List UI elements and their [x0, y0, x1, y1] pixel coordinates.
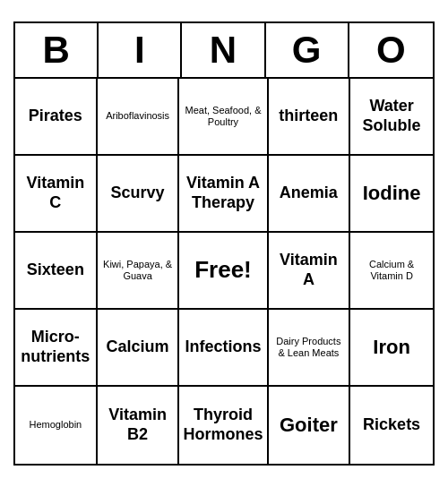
cell-18: Dairy Products & Lean Meats [269, 310, 351, 387]
bingo-header: BINGO [15, 23, 433, 79]
cell-text-13: Vitamin A [272, 251, 346, 289]
cell-7: Vitamin A Therapy [179, 156, 268, 233]
header-letter-i: I [99, 23, 182, 77]
cell-text-9: Iodine [363, 182, 421, 205]
cell-5: Vitamin C [15, 156, 98, 233]
cell-text-8: Anemia [280, 184, 338, 203]
header-letter-g: G [266, 23, 349, 77]
cell-text-10: Sixteen [27, 261, 84, 280]
cell-text-5: Vitamin C [19, 174, 92, 212]
cell-24: Rickets [350, 387, 433, 464]
cell-19: Iron [350, 310, 433, 387]
cell-21: Vitamin B2 [98, 387, 180, 464]
cell-23: Goiter [269, 387, 351, 464]
cell-11: Kiwi, Papaya, & Guava [98, 233, 180, 310]
cell-13: Vitamin A [269, 233, 351, 310]
header-letter-b: B [15, 23, 99, 77]
cell-4: Water Soluble [350, 79, 433, 156]
cell-text-11: Kiwi, Papaya, & Guava [101, 259, 175, 282]
cell-text-0: Pirates [29, 107, 82, 126]
cell-text-12: Free! [194, 256, 252, 284]
cell-text-21: Vitamin B2 [101, 406, 175, 444]
bingo-grid: PiratesAriboflavinosisMeat, Seafood, & P… [15, 79, 433, 464]
cell-9: Iodine [350, 156, 433, 233]
header-letter-o: O [349, 23, 433, 77]
cell-text-14: Calcium & Vitamin D [354, 259, 429, 282]
cell-14: Calcium & Vitamin D [350, 233, 433, 310]
cell-22: Thyroid Hormones [179, 387, 268, 464]
cell-0: Pirates [15, 79, 98, 156]
cell-text-6: Scurvy [111, 184, 165, 203]
cell-8: Anemia [269, 156, 351, 233]
cell-text-24: Rickets [363, 415, 420, 435]
cell-10: Sixteen [15, 233, 98, 310]
cell-text-1: Ariboflavinosis [106, 110, 169, 122]
bingo-card: BINGO PiratesAriboflavinosisMeat, Seafoo… [13, 21, 435, 466]
cell-20: Hemoglobin [15, 387, 98, 464]
cell-text-3: thirteen [279, 107, 338, 126]
cell-16: Calcium [98, 310, 180, 387]
cell-17: Infections [179, 310, 268, 387]
cell-text-22: Thyroid Hormones [183, 406, 263, 444]
cell-text-23: Goiter [280, 414, 338, 437]
header-letter-n: N [182, 23, 265, 77]
cell-text-19: Iron [373, 336, 410, 359]
cell-15: Micro-nutrients [15, 310, 98, 387]
cell-2: Meat, Seafood, & Poultry [179, 79, 268, 156]
cell-text-17: Infections [185, 337, 261, 357]
cell-text-2: Meat, Seafood, & Poultry [183, 105, 263, 128]
cell-text-18: Dairy Products & Lean Meats [272, 336, 346, 359]
cell-text-4: Water Soluble [354, 97, 429, 135]
cell-3: thirteen [269, 79, 351, 156]
cell-text-7: Vitamin A Therapy [183, 174, 263, 212]
cell-text-15: Micro-nutrients [19, 328, 92, 366]
cell-6: Scurvy [98, 156, 180, 233]
cell-12: Free! [179, 233, 268, 310]
cell-1: Ariboflavinosis [98, 79, 180, 156]
cell-text-16: Calcium [107, 337, 169, 357]
cell-text-20: Hemoglobin [30, 419, 82, 431]
